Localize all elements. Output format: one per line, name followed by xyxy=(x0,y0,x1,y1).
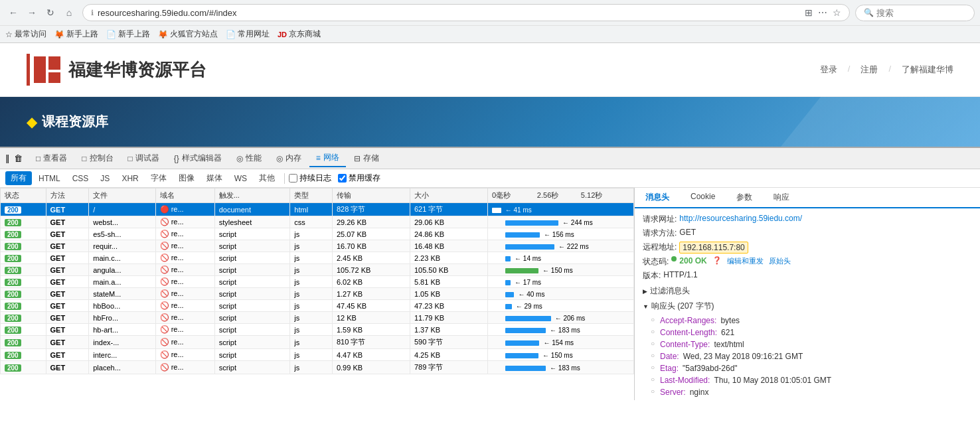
table-row[interactable]: 200 GET hbBoo... 🚫 re... script js 47.45… xyxy=(1,300,634,312)
cell-timeline: ← 156 ms xyxy=(488,228,634,240)
cell-timeline: ← 29 ms xyxy=(488,300,634,312)
col-transfer: 传输 xyxy=(332,188,410,203)
right-tab-headers[interactable]: 消息头 xyxy=(635,188,680,208)
filter-section[interactable]: 过滤消息头 xyxy=(643,285,972,297)
tab-style-label: 样式编辑器 xyxy=(182,153,222,164)
bookmark-huolang[interactable]: 🦊 火狐官方站点 xyxy=(158,29,218,40)
raw-headers-btn[interactable]: 原始头 xyxy=(769,256,791,266)
table-row[interactable]: 200 GET stateM... 🚫 re... script js 1.27… xyxy=(1,288,634,300)
refresh-button[interactable]: ↻ xyxy=(42,5,58,21)
right-tab-response[interactable]: 响应 xyxy=(763,188,800,207)
cell-domain: 🚫 re... xyxy=(155,240,214,252)
disable-cache-checkbox[interactable]: 禁用缓存 xyxy=(338,173,380,184)
back-button[interactable]: ← xyxy=(5,5,21,21)
persist-log-checkbox[interactable]: 持续日志 xyxy=(289,173,331,184)
more-icon[interactable]: ⋯ xyxy=(818,7,827,18)
nav-about[interactable]: 了解福建华博 xyxy=(902,64,953,76)
table-row[interactable]: 200 GET angula... 🚫 re... script js 105.… xyxy=(1,264,634,276)
col-domain: 域名 xyxy=(155,188,214,203)
bookmark-label: 常用网址 xyxy=(238,29,270,40)
address-bar[interactable]: ℹ resourcesharing.59iedu.com/#/index ⊞ ⋯… xyxy=(82,4,850,21)
question-icon[interactable]: ❓ xyxy=(712,256,722,265)
home-button[interactable]: ⌂ xyxy=(61,5,77,21)
cell-status: 200 xyxy=(1,216,46,228)
version-row: 版本: HTTP/1.1 xyxy=(643,270,972,281)
table-row[interactable]: 200 GET hbFro... 🚫 re... script js 12 KB… xyxy=(1,312,634,324)
pause-icon[interactable]: ‖ xyxy=(5,153,10,163)
bullet-icon: ○ xyxy=(651,328,659,335)
nav-login[interactable]: 登录 xyxy=(820,64,837,76)
filter-all[interactable]: 所有 xyxy=(5,171,32,185)
cell-timeline: ← 14 ms xyxy=(488,252,634,264)
bookmark-star-icon[interactable]: ☆ xyxy=(833,7,841,18)
tab-memory[interactable]: ◎ 内存 xyxy=(270,150,308,167)
request-url-value[interactable]: http://resourcesharing.59iedu.com/ xyxy=(679,214,802,223)
header-value: text/html xyxy=(714,340,744,349)
forward-button[interactable]: → xyxy=(24,5,40,21)
tab-debugger[interactable]: □ 调试器 xyxy=(122,150,166,167)
nav-register[interactable]: 注册 xyxy=(860,64,878,76)
cell-type: js xyxy=(290,361,333,374)
search-input[interactable] xyxy=(876,8,963,18)
grid-icon[interactable]: ⊞ xyxy=(805,7,813,18)
right-tab-params[interactable]: 参数 xyxy=(726,188,763,207)
table-row[interactable]: 200 GET hb-art... 🚫 re... script js 1.59… xyxy=(1,324,634,336)
cell-type: js xyxy=(290,252,333,264)
filter-media[interactable]: 媒体 xyxy=(201,171,228,185)
persist-log-input[interactable] xyxy=(289,174,297,183)
cell-trigger: script xyxy=(214,336,290,349)
filter-xhr[interactable]: XHR xyxy=(116,173,143,185)
tab-network[interactable]: ≡ 网络 xyxy=(309,149,346,167)
cell-type: js xyxy=(290,349,333,361)
table-row[interactable]: 200 GET webst... 🚫 re... stylesheet css … xyxy=(1,216,634,228)
filter-font[interactable]: 字体 xyxy=(145,171,172,185)
bullet-icon: ○ xyxy=(651,316,659,323)
trash-icon[interactable]: 🗑 xyxy=(14,153,23,163)
search-bar[interactable]: 🔍 xyxy=(855,5,975,21)
cell-method: GET xyxy=(46,276,89,288)
tab-viewer[interactable]: □ 查看器 xyxy=(29,150,74,167)
filter-ws[interactable]: WS xyxy=(229,173,252,185)
filter-image[interactable]: 图像 xyxy=(173,171,200,185)
network-table-area[interactable]: 状态 方法 文件 域名 触发... 类型 传输 大小 0毫秒 2.56秒 5.1… xyxy=(0,188,635,400)
bookmark-changyong[interactable]: 📄 常用网址 xyxy=(226,29,270,40)
response-section[interactable]: 响应头 (207 字节) xyxy=(643,301,972,312)
tab-style-editor[interactable]: {} 样式编辑器 xyxy=(167,150,228,167)
table-row[interactable]: 200 GET es5-sh... 🚫 re... script js 25.0… xyxy=(1,228,634,240)
search-icon: 🔍 xyxy=(864,8,874,17)
right-tab-cookie[interactable]: Cookie xyxy=(680,188,726,207)
filter-js[interactable]: JS xyxy=(95,173,115,185)
table-row[interactable]: 200 GET main.a... 🚫 re... script js 6.02… xyxy=(1,276,634,288)
tab-console[interactable]: □ 控制台 xyxy=(75,150,120,167)
filter-other[interactable]: 其他 xyxy=(254,171,280,185)
cell-file: / xyxy=(89,203,155,216)
bookmark-zuichang[interactable]: ☆ 最常访问 xyxy=(5,29,46,40)
tab-performance[interactable]: ◎ 性能 xyxy=(230,150,268,167)
request-url-row: 请求网址: http://resourcesharing.59iedu.com/ xyxy=(643,214,972,225)
table-row[interactable]: 200 GET interc... 🚫 re... script js 4.47… xyxy=(1,349,634,361)
hero-title: ◆ 课程资源库 xyxy=(27,113,108,131)
filter-css[interactable]: CSS xyxy=(67,173,94,185)
tab-storage[interactable]: ⊟ 存储 xyxy=(347,150,386,167)
table-row[interactable]: 200 GET requir... 🚫 re... script js 16.7… xyxy=(1,240,634,252)
bookmark-xinshou1[interactable]: 🦊 新手上路 xyxy=(54,29,98,40)
filter-section-label: 过滤消息头 xyxy=(650,285,690,297)
cell-timeline: ← 183 ms xyxy=(488,324,634,336)
cell-size: 11.79 KB xyxy=(410,312,487,324)
bookmark-xinshou2[interactable]: 📄 新手上路 xyxy=(106,29,150,40)
cell-file: es5-sh... xyxy=(89,228,155,240)
disable-cache-input[interactable] xyxy=(338,174,347,183)
table-row[interactable]: 200 GET index-... 🚫 re... script js 810 … xyxy=(1,336,634,349)
bookmark-jingdong[interactable]: JD 京东商城 xyxy=(278,29,321,40)
cell-domain: 🚫 re... xyxy=(155,349,214,361)
cell-method: GET xyxy=(46,228,89,240)
table-row[interactable]: 200 GET / 🔴 re... document html 828 字节 6… xyxy=(1,203,634,216)
console-icon: □ xyxy=(82,154,86,163)
persist-log-label: 持续日志 xyxy=(299,173,331,184)
url-input[interactable]: resourcesharing.59iedu.com/#/index xyxy=(98,8,801,18)
filter-html[interactable]: HTML xyxy=(33,173,66,185)
table-row[interactable]: 200 GET placeh... 🚫 re... script js 0.99… xyxy=(1,361,634,374)
address-icons: ⊞ ⋯ ☆ xyxy=(805,7,841,18)
table-row[interactable]: 200 GET main.c... 🚫 re... script js 2.45… xyxy=(1,252,634,264)
edit-resend-btn[interactable]: 编辑和重发 xyxy=(727,256,764,266)
